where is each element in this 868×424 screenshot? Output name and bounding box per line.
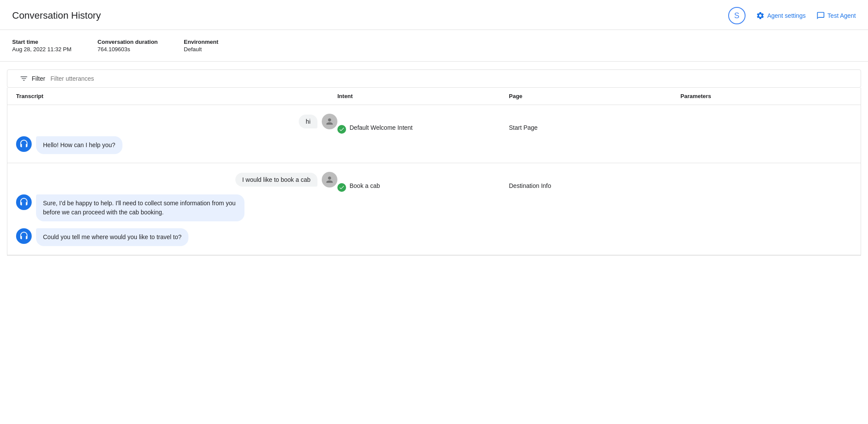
environment-item: Environment Default (184, 39, 218, 53)
duration-value: 764.109603s (98, 46, 158, 53)
agent-message-row-2b: Could you tell me where would you like t… (16, 228, 337, 246)
agent-avatar-2b (16, 228, 32, 244)
col-parameters: Parameters (680, 93, 852, 99)
intent-col-1: Default Welcome Intent (337, 114, 509, 134)
agent-bubble-1: Hello! How can I help you? (36, 136, 122, 154)
user-message-row-1: hi (16, 114, 337, 129)
user-bubble-2: I would like to book a cab (235, 173, 317, 187)
intent-col-2: Book a cab (337, 172, 509, 192)
user-bubble-1: hi (299, 115, 317, 128)
environment-value: Default (184, 46, 218, 53)
conversation-table: Transcript Intent Page Parameters hi (7, 88, 861, 256)
page-header: Conversation History S Agent settings Te… (0, 0, 868, 30)
transcript-col-1: hi Hello! How can I help you? (16, 114, 337, 154)
filter-label: Filter (32, 75, 45, 82)
user-message-row-2: I would like to book a cab (16, 172, 337, 187)
agent-bubble-2b: Could you tell me where would you like t… (36, 228, 188, 246)
meta-bar: Start time Aug 28, 2022 11:32 PM Convers… (0, 30, 868, 62)
page-col-1: Start Page (509, 114, 680, 131)
agent-avatar-1 (16, 136, 32, 152)
gear-icon (756, 11, 765, 20)
avatar: S (728, 7, 746, 24)
filter-bar: Filter (7, 69, 861, 88)
agent-settings-button[interactable]: Agent settings (756, 11, 806, 20)
test-agent-button[interactable]: Test Agent (816, 11, 856, 20)
table-row: hi Hello! How can I help you? (7, 105, 861, 163)
agent-avatar-2a (16, 194, 32, 210)
chat-icon (816, 11, 825, 20)
check-icon-2 (337, 183, 346, 192)
user-avatar-1 (322, 114, 337, 129)
start-time-value: Aug 28, 2022 11:32 PM (12, 46, 72, 53)
agent-message-row-1: Hello! How can I help you? (16, 136, 337, 154)
col-intent: Intent (337, 93, 509, 99)
table-row: I would like to book a cab Sure, I'd be … (7, 163, 861, 255)
agent-message-row-2a: Sure, I'd be happy to help. I'll need to… (16, 194, 337, 221)
intent-text-2: Book a cab (350, 182, 380, 189)
table-header: Transcript Intent Page Parameters (7, 88, 861, 105)
user-avatar-2 (322, 172, 337, 187)
duration-item: Conversation duration 764.109603s (98, 39, 158, 53)
test-agent-label: Test Agent (828, 12, 856, 19)
filter-input[interactable] (50, 75, 181, 82)
intent-text-1: Default Welcome Intent (350, 124, 413, 131)
start-time-label: Start time (12, 39, 72, 45)
col-transcript: Transcript (16, 93, 337, 99)
check-icon-1 (337, 125, 346, 134)
page-title: Conversation History (12, 10, 101, 21)
col-page: Page (509, 93, 680, 99)
duration-label: Conversation duration (98, 39, 158, 45)
params-col-1 (680, 114, 852, 124)
agent-settings-label: Agent settings (767, 12, 806, 19)
params-col-2 (680, 172, 852, 182)
page-col-2: Destination Info (509, 172, 680, 189)
start-time-item: Start time Aug 28, 2022 11:32 PM (12, 39, 72, 53)
environment-label: Environment (184, 39, 218, 45)
transcript-col-2: I would like to book a cab Sure, I'd be … (16, 172, 337, 246)
filter-icon (20, 74, 28, 83)
agent-bubble-2a: Sure, I'd be happy to help. I'll need to… (36, 194, 244, 221)
header-actions: S Agent settings Test Agent (728, 7, 856, 24)
